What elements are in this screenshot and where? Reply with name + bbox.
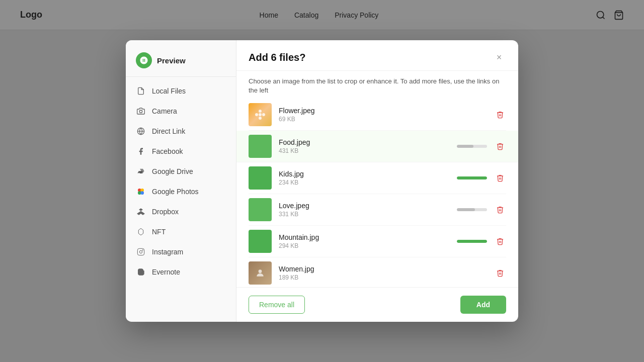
file-name-0: Flower.jpeg bbox=[279, 107, 487, 115]
file-size-3: 331 KB bbox=[279, 211, 450, 218]
sidebar-label-nft: NFT bbox=[152, 228, 166, 236]
progress-bar-fill-4 bbox=[457, 240, 487, 243]
sidebar-item-local-files[interactable]: Local Files bbox=[126, 81, 236, 101]
preview-label: Preview bbox=[157, 56, 186, 65]
table-row: Love.jpeg 331 KB bbox=[249, 194, 506, 226]
sidebar-item-dropbox[interactable]: Dropbox bbox=[126, 202, 236, 222]
progress-bar-wrap-3 bbox=[457, 208, 487, 211]
file-name-4: Mountain.jpg bbox=[279, 233, 450, 241]
table-row: Kids.jpg 234 KB bbox=[249, 162, 506, 194]
file-info-5: Women.jpg 189 KB bbox=[279, 265, 487, 281]
svg-point-13 bbox=[142, 250, 143, 250]
sidebar-preview-section: Preview bbox=[126, 48, 236, 77]
delete-button-4[interactable] bbox=[494, 235, 506, 247]
sidebar-label-instagram: Instagram bbox=[152, 248, 183, 256]
sidebar-item-camera[interactable]: Camera bbox=[126, 101, 236, 121]
file-progress-1 bbox=[457, 145, 487, 148]
svg-point-14 bbox=[259, 113, 262, 116]
svg-point-15 bbox=[259, 270, 262, 274]
link-icon bbox=[136, 126, 146, 136]
file-size-1: 431 KB bbox=[279, 147, 450, 154]
sidebar-item-facebook[interactable]: Facebook bbox=[126, 141, 236, 161]
file-info-1: Food.jpeg 431 KB bbox=[279, 138, 450, 154]
progress-bar-fill-1 bbox=[457, 145, 473, 148]
file-name-3: Love.jpeg bbox=[279, 202, 450, 210]
google-drive-icon bbox=[136, 166, 146, 176]
file-name-1: Food.jpeg bbox=[279, 138, 450, 146]
delete-button-3[interactable] bbox=[494, 204, 506, 216]
file-size-2: 234 KB bbox=[279, 179, 450, 186]
progress-bar-wrap-4 bbox=[457, 240, 487, 243]
delete-button-0[interactable] bbox=[494, 109, 506, 121]
sidebar-label-camera: Camera bbox=[152, 107, 177, 115]
progress-bar-wrap-2 bbox=[457, 176, 487, 179]
sidebar-label-facebook: Facebook bbox=[152, 147, 183, 155]
sidebar-item-instagram[interactable]: Instagram bbox=[126, 242, 236, 262]
file-thumbnail-4 bbox=[249, 230, 272, 253]
file-info-0: Flower.jpeg 69 KB bbox=[279, 107, 487, 123]
uploadcare-icon bbox=[139, 56, 148, 65]
modal-title: Add 6 files? bbox=[249, 52, 305, 63]
file-size-0: 69 KB bbox=[279, 116, 487, 123]
camera-icon bbox=[136, 106, 146, 116]
table-row: Food.jpeg 431 KB bbox=[236, 131, 518, 162]
svg-point-9 bbox=[140, 191, 144, 195]
flower-placeholder bbox=[254, 109, 266, 121]
file-info-4: Mountain.jpg 294 KB bbox=[279, 233, 450, 249]
sidebar-label-google-photos: Google Photos bbox=[152, 188, 199, 196]
add-button[interactable]: Add bbox=[460, 296, 506, 314]
nft-icon bbox=[136, 227, 146, 237]
table-row: Women.jpg 189 KB bbox=[249, 257, 506, 287]
progress-bar-fill-2 bbox=[457, 176, 487, 179]
file-info-2: Kids.jpg 234 KB bbox=[279, 170, 450, 186]
sidebar-item-evernote[interactable]: Evernote bbox=[126, 262, 236, 282]
file-thumbnail-3 bbox=[249, 198, 272, 221]
svg-marker-10 bbox=[138, 228, 143, 235]
modal-header: Add 6 files? × bbox=[236, 40, 518, 71]
file-progress-2 bbox=[457, 176, 487, 179]
delete-button-5[interactable] bbox=[494, 267, 506, 279]
google-photos-icon bbox=[136, 187, 146, 197]
instagram-icon bbox=[136, 247, 146, 257]
delete-button-1[interactable] bbox=[494, 140, 506, 152]
sidebar-label-direct-link: Direct Link bbox=[152, 127, 185, 135]
sidebar-item-direct-link[interactable]: Direct Link bbox=[126, 121, 236, 141]
svg-point-3 bbox=[139, 110, 142, 113]
sidebar-label-evernote: Evernote bbox=[152, 268, 180, 276]
person-placeholder bbox=[255, 268, 265, 278]
file-thumbnail-1 bbox=[249, 135, 272, 158]
trash-icon-4 bbox=[496, 237, 504, 245]
sidebar-item-google-drive[interactable]: Google Drive bbox=[126, 161, 236, 182]
trash-icon-0 bbox=[496, 111, 504, 119]
sidebar-item-google-photos[interactable]: Google Photos bbox=[126, 182, 236, 202]
file-thumbnail-2 bbox=[249, 166, 272, 190]
sidebar-label-dropbox: Dropbox bbox=[152, 208, 179, 216]
progress-bar-wrap-1 bbox=[457, 145, 487, 148]
file-thumbnail-5 bbox=[249, 261, 272, 285]
svg-rect-11 bbox=[137, 248, 144, 255]
evernote-icon bbox=[136, 267, 146, 277]
delete-button-2[interactable] bbox=[494, 172, 506, 184]
progress-bar-fill-3 bbox=[457, 208, 475, 211]
close-button[interactable]: × bbox=[492, 50, 506, 64]
modal-footer: Remove all Add bbox=[236, 287, 518, 322]
sidebar-item-nft[interactable]: NFT bbox=[126, 222, 236, 242]
sidebar-label-google-drive: Google Drive bbox=[152, 167, 193, 175]
file-list: Flower.jpeg 69 KB Food.jpeg 431 KB bbox=[236, 99, 518, 287]
file-size-4: 294 KB bbox=[279, 242, 450, 249]
upload-modal: Preview Local Files Camera Direct Lin bbox=[126, 40, 518, 322]
trash-icon-3 bbox=[496, 206, 504, 214]
file-progress-3 bbox=[457, 208, 487, 211]
table-row: Mountain.jpg 294 KB bbox=[249, 226, 506, 257]
file-thumbnail-0 bbox=[249, 103, 272, 126]
table-row: Flower.jpeg 69 KB bbox=[249, 99, 506, 131]
trash-icon-5 bbox=[496, 269, 504, 277]
facebook-icon bbox=[136, 146, 146, 156]
modal-main: Add 6 files? × Choose an image from the … bbox=[236, 40, 518, 322]
file-name-2: Kids.jpg bbox=[279, 170, 450, 178]
remove-all-button[interactable]: Remove all bbox=[249, 296, 305, 314]
file-size-5: 189 KB bbox=[279, 274, 487, 281]
file-name-5: Women.jpg bbox=[279, 265, 487, 273]
trash-icon-1 bbox=[496, 142, 504, 150]
file-icon bbox=[136, 86, 146, 96]
